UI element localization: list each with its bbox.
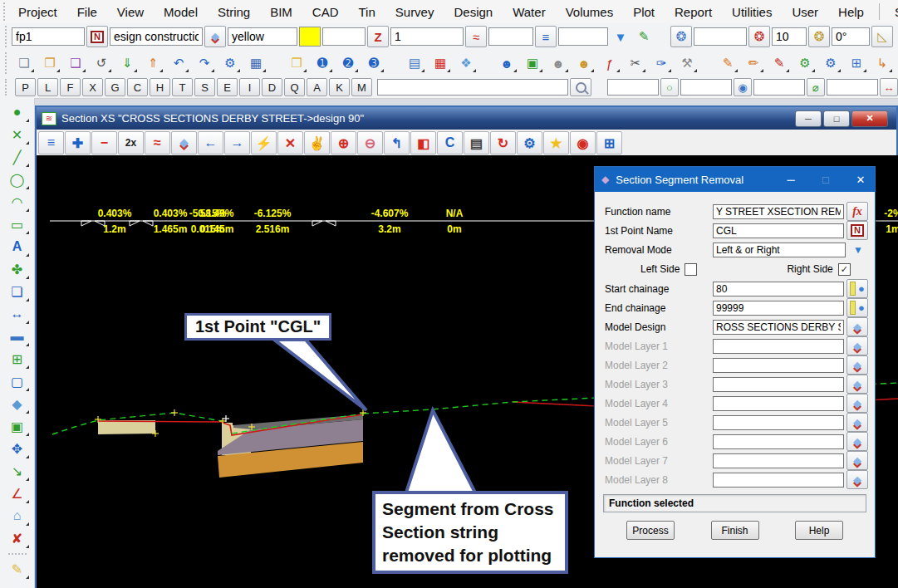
menu-size-standard[interactable]: Standard [885, 5, 898, 19]
edit-pencil-icon[interactable]: ✎ [716, 52, 739, 74]
toolbar-grip[interactable] [5, 26, 7, 47]
dialog-titlebar[interactable]: ◆ Section Segment Removal ─ □ ✕ [595, 167, 875, 192]
menu-string[interactable]: String [208, 5, 260, 19]
layout-grid-icon[interactable]: ⊞ [596, 131, 622, 154]
width-select-input[interactable] [827, 79, 878, 96]
circle-select-icon[interactable]: ○ [660, 78, 679, 96]
create-point-icon[interactable]: ● [5, 101, 30, 123]
user-model-icon[interactable]: ☻ [547, 52, 570, 74]
create-text-icon[interactable]: A [5, 236, 30, 257]
create-circle-icon[interactable]: ◯ [5, 169, 30, 190]
create-line-icon[interactable]: ╱ [5, 146, 30, 168]
menu-file[interactable]: File [67, 5, 107, 19]
model-layer-2-input[interactable] [713, 358, 844, 373]
dialog-maximize-button[interactable]: □ [812, 167, 840, 192]
menu-cad[interactable]: CAD [302, 5, 349, 19]
snap-a-button[interactable]: A [307, 78, 327, 96]
model-layer-1-model-icon[interactable]: ◆ [846, 336, 868, 355]
recalc-gears-icon[interactable]: ⚙ [793, 52, 817, 74]
z-value-input[interactable] [390, 27, 464, 46]
insert-image-icon[interactable]: ▣ [5, 415, 30, 437]
model-layer-1-input[interactable] [713, 339, 844, 354]
plot-icon[interactable]: ▤ [464, 131, 489, 154]
user-tin-icon[interactable]: ☻ [572, 52, 596, 74]
process-button[interactable]: Process [626, 521, 675, 540]
symbol-input[interactable] [694, 27, 747, 46]
end-chainage-input[interactable] [713, 301, 844, 316]
models-panel-icon[interactable]: ▤ [403, 52, 426, 74]
snap-i-button[interactable]: I [239, 78, 260, 96]
replot-icon[interactable]: ↻ [490, 131, 516, 154]
symbol-rotate-icon[interactable]: ❂ [808, 26, 830, 47]
models-icon[interactable]: ◆ [171, 131, 197, 154]
removal-mode-input[interactable] [713, 243, 846, 257]
prev-section-icon[interactable]: ← [198, 131, 223, 154]
user-cut-icon[interactable]: ✂ [624, 52, 647, 74]
model-layer-6-input[interactable] [713, 434, 844, 449]
snap-l-button[interactable]: L [37, 78, 58, 96]
pick-icon[interactable]: ↘ [5, 460, 30, 482]
symbol-size-input[interactable] [772, 27, 807, 46]
redo-icon[interactable]: ↷ [193, 52, 216, 74]
export-icon[interactable]: ⇑ [141, 52, 164, 74]
point-select-input[interactable] [680, 79, 732, 96]
linestyle-input[interactable] [322, 27, 366, 46]
menu-model[interactable]: Model [154, 5, 208, 19]
linestyle-icon[interactable]: ∠ [5, 483, 30, 504]
width-select-icon[interactable]: ↔ [880, 78, 898, 96]
menu-user[interactable]: User [782, 5, 828, 19]
fence-icon[interactable]: ▢ [5, 370, 30, 392]
menu-help[interactable]: Help [828, 5, 874, 19]
shrink-icon[interactable]: − [91, 131, 117, 154]
refresh-icon[interactable]: C [437, 131, 463, 154]
start-chainage-chainage-icon[interactable]: ● [846, 279, 868, 298]
menu-tin[interactable]: Tin [349, 5, 385, 19]
model-layer-8-input[interactable] [713, 473, 844, 488]
project-details-icon[interactable]: ❏ [12, 52, 36, 74]
menu-survey[interactable]: Survey [385, 5, 444, 19]
snap-d-button[interactable]: D [262, 78, 282, 96]
help-button[interactable]: Help [795, 521, 843, 540]
z-height-icon[interactable]: Z [367, 26, 389, 47]
search-icon[interactable] [570, 78, 591, 96]
tinable-icon[interactable]: ≈ [465, 26, 487, 47]
section-window-titlebar[interactable]: ≋ Section XS "CROSS SECTIONS DERBY STREE… [37, 107, 896, 130]
model-design-model-icon[interactable]: ◆ [846, 317, 868, 336]
create-arc-icon[interactable]: ◠ [5, 191, 30, 213]
zoom-2x-icon[interactable]: 2x [118, 131, 144, 154]
user-function-icon[interactable]: ƒ [598, 52, 621, 74]
start-chainage-input[interactable] [713, 282, 844, 296]
previous-view-icon[interactable]: ↰ [384, 131, 410, 154]
save-project-icon[interactable]: ❑ [64, 52, 87, 74]
create-rectangle-icon[interactable]: ▭ [5, 213, 30, 235]
model-layer-8-model-icon[interactable]: ◆ [846, 470, 868, 489]
rotate-create-icon[interactable]: ✤ [5, 258, 30, 280]
toolbar-grip[interactable] [3, 2, 5, 21]
menu-volumes[interactable]: Volumes [556, 5, 624, 19]
model-layer-4-model-icon[interactable]: ◆ [846, 394, 868, 413]
breaklines-icon[interactable]: ≡ [535, 26, 557, 47]
view-settings-icon[interactable]: ⚙ [517, 131, 542, 154]
move-icon[interactable]: ✥ [5, 438, 30, 459]
regen-strings-icon[interactable]: ≈ [145, 131, 170, 154]
model-layer-5-input[interactable] [713, 415, 844, 430]
model-picker-icon[interactable]: ◆ [204, 26, 226, 47]
removal-mode-dropdown-icon[interactable]: ▼ [848, 241, 868, 258]
favourites-icon[interactable]: ★ [543, 131, 569, 154]
model-layer-3-model-icon[interactable]: ◆ [846, 375, 868, 394]
diameter-select-input[interactable] [753, 79, 805, 96]
1st-point-name-name-icon[interactable]: N [846, 221, 868, 240]
circle-select-input[interactable] [607, 79, 659, 96]
snap-h-button[interactable]: H [150, 78, 170, 96]
model-layer-6-model-icon[interactable]: ◆ [846, 432, 868, 451]
window-close-button[interactable]: ✕ [851, 110, 888, 127]
locate-pin-icon[interactable]: ◉ [570, 131, 596, 154]
restart-icon[interactable]: ↺ [90, 52, 113, 74]
pen-icon[interactable]: ✎ [633, 26, 655, 47]
menu-water[interactable]: Water [503, 5, 555, 19]
protractor-icon[interactable]: ◺ [871, 26, 893, 47]
snap-t-button[interactable]: T [172, 78, 193, 96]
grid-icon[interactable]: ⊞ [5, 348, 30, 370]
import-icon[interactable]: ⇓ [115, 52, 139, 74]
menu-design[interactable]: Design [444, 5, 503, 19]
